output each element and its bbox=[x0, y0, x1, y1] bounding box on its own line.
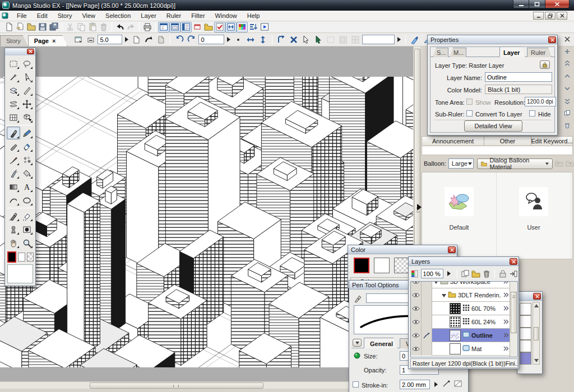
print-icon[interactable] bbox=[142, 22, 153, 32]
layer-extra-cell[interactable] bbox=[422, 302, 432, 315]
menu-item-ruler[interactable]: Ruler bbox=[161, 11, 186, 21]
ellipse-tool-icon[interactable] bbox=[20, 194, 34, 207]
spin-arrow-icon[interactable] bbox=[396, 35, 402, 44]
eye-icon[interactable] bbox=[411, 329, 422, 342]
select-white-icon[interactable] bbox=[300, 34, 312, 45]
close-icon[interactable] bbox=[27, 49, 34, 54]
layer-menu-icon[interactable] bbox=[503, 292, 509, 298]
layer-select-tool-icon[interactable] bbox=[7, 84, 20, 97]
paste-icon[interactable] bbox=[87, 22, 98, 32]
pen-tool-icon[interactable] bbox=[7, 127, 20, 139]
close-button[interactable] bbox=[545, 0, 570, 8]
layout-b-icon[interactable] bbox=[350, 34, 361, 45]
eye-icon[interactable] bbox=[411, 302, 422, 315]
flip-vertical-icon[interactable] bbox=[257, 34, 269, 45]
run-icon[interactable] bbox=[259, 22, 270, 32]
spin-arrow-icon[interactable] bbox=[225, 35, 232, 44]
hscroll-thumb[interactable] bbox=[90, 382, 263, 389]
material-item-user[interactable]: User bbox=[497, 172, 571, 259]
expand-triangle-icon[interactable] bbox=[442, 292, 446, 298]
close-icon[interactable] bbox=[510, 258, 517, 265]
new-page2-icon[interactable] bbox=[131, 34, 142, 45]
new-layer-icon[interactable] bbox=[461, 268, 470, 279]
select-black-icon[interactable] bbox=[313, 34, 324, 45]
layer-color-mode-icon[interactable] bbox=[410, 268, 420, 279]
option-input[interactable] bbox=[362, 35, 395, 44]
material-prev-button[interactable] bbox=[555, 160, 563, 168]
menu-item-filter[interactable]: Filter bbox=[186, 11, 210, 21]
color-settings-icon[interactable] bbox=[237, 22, 248, 32]
close-x-icon[interactable] bbox=[563, 35, 572, 43]
marker-tool-icon[interactable] bbox=[7, 140, 20, 153]
layer-row-outline[interactable]: Outline bbox=[411, 329, 510, 342]
eye-icon[interactable] bbox=[411, 288, 422, 302]
gradient-tool-icon[interactable] bbox=[7, 180, 20, 193]
tab-ruler[interactable]: Ruler bbox=[527, 48, 552, 57]
layer-row-3dlt-renderin-[interactable]: 3DLT Renderin... bbox=[411, 288, 510, 302]
eraser-tool-icon[interactable] bbox=[20, 140, 34, 153]
collapse-options-icon[interactable] bbox=[353, 339, 362, 347]
palette-cell-selected[interactable] bbox=[520, 352, 531, 365]
scroll-thumb[interactable] bbox=[534, 327, 539, 340]
marquee-tool-icon[interactable] bbox=[7, 57, 20, 70]
snap-off-icon[interactable] bbox=[288, 34, 299, 45]
layer-row-60l-70-[interactable]: 60L 70% bbox=[411, 302, 510, 315]
menu-item-story[interactable]: Story bbox=[53, 11, 77, 21]
layer-menu-icon[interactable] bbox=[503, 332, 509, 339]
stroke-in-input[interactable] bbox=[400, 380, 430, 389]
new-story-icon[interactable] bbox=[15, 22, 26, 32]
balloon-size-select[interactable]: Large bbox=[448, 158, 474, 169]
window-layers-icon[interactable] bbox=[180, 22, 192, 32]
tone-tool-icon[interactable] bbox=[20, 223, 34, 236]
threed-select-tool-icon[interactable] bbox=[20, 111, 34, 124]
close-icon[interactable] bbox=[548, 36, 556, 43]
close-icon[interactable] bbox=[448, 246, 456, 253]
scroll-up-icon[interactable] bbox=[534, 304, 539, 307]
panel-ruler-tool-icon[interactable] bbox=[7, 97, 20, 110]
pen-blue-icon[interactable] bbox=[409, 34, 420, 45]
layers-scroll-thumb[interactable] bbox=[511, 292, 517, 333]
layer-extra-cell[interactable] bbox=[422, 342, 432, 356]
duplicate-layer-icon[interactable] bbox=[563, 109, 572, 117]
tool-palette-titlebar[interactable] bbox=[5, 48, 35, 55]
object-select-tool-icon[interactable] bbox=[20, 71, 34, 83]
eye-icon[interactable] bbox=[411, 315, 422, 329]
scroll-down-icon[interactable] bbox=[534, 359, 539, 362]
selection-pen-tool-icon[interactable] bbox=[7, 209, 20, 222]
open-icon[interactable] bbox=[26, 22, 37, 32]
maximize-button[interactable] bbox=[529, 0, 545, 8]
layer-opacity-input[interactable] bbox=[421, 269, 443, 278]
mdi-minimize-button[interactable] bbox=[533, 12, 544, 20]
menu-item-help[interactable]: Help bbox=[242, 11, 265, 21]
palette-cell[interactable] bbox=[520, 303, 531, 315]
layer-name-input[interactable] bbox=[485, 72, 552, 82]
layer-extra-cell[interactable] bbox=[422, 288, 432, 302]
detailed-view-button[interactable]: Detailed View bbox=[464, 120, 522, 132]
properties-titlebar[interactable]: Properties bbox=[428, 35, 557, 44]
material-folder-select[interactable]: Dialog Balloon Material bbox=[477, 158, 553, 169]
rotation-input[interactable] bbox=[198, 35, 224, 44]
move-up-icon[interactable] bbox=[563, 72, 572, 80]
hide-checkbox[interactable] bbox=[529, 110, 535, 116]
tab-story[interactable]: Story bbox=[0, 35, 28, 46]
pattern-stamp-tool-icon[interactable] bbox=[7, 223, 20, 236]
stroke-in-checkbox[interactable] bbox=[353, 381, 359, 388]
layers-scrollbar[interactable] bbox=[510, 282, 517, 357]
delete-layer-icon[interactable] bbox=[482, 268, 491, 279]
tab-layer[interactable]: Layer bbox=[499, 46, 525, 57]
snap-toggle-icon[interactable] bbox=[214, 22, 225, 32]
layer-menu-icon[interactable] bbox=[503, 319, 509, 325]
menu-item-window[interactable]: Window bbox=[210, 11, 242, 21]
dock-collapse-arrow[interactable] bbox=[417, 204, 422, 211]
menu-item-layer[interactable]: Layer bbox=[136, 11, 161, 21]
layer-extra-cell[interactable] bbox=[422, 315, 432, 329]
color-titlebar[interactable]: Color bbox=[348, 245, 457, 254]
menu-item-edit[interactable]: Edit bbox=[32, 11, 53, 21]
move-down-icon[interactable] bbox=[563, 84, 572, 92]
pattern-brush-tool-icon[interactable] bbox=[20, 153, 34, 166]
copy-icon[interactable] bbox=[76, 22, 87, 32]
layer-row-mat[interactable]: Mat bbox=[411, 342, 510, 356]
layer-menu-icon[interactable] bbox=[503, 346, 509, 352]
eye-icon[interactable] bbox=[411, 342, 422, 356]
fragment-scrollbar[interactable] bbox=[533, 302, 540, 365]
